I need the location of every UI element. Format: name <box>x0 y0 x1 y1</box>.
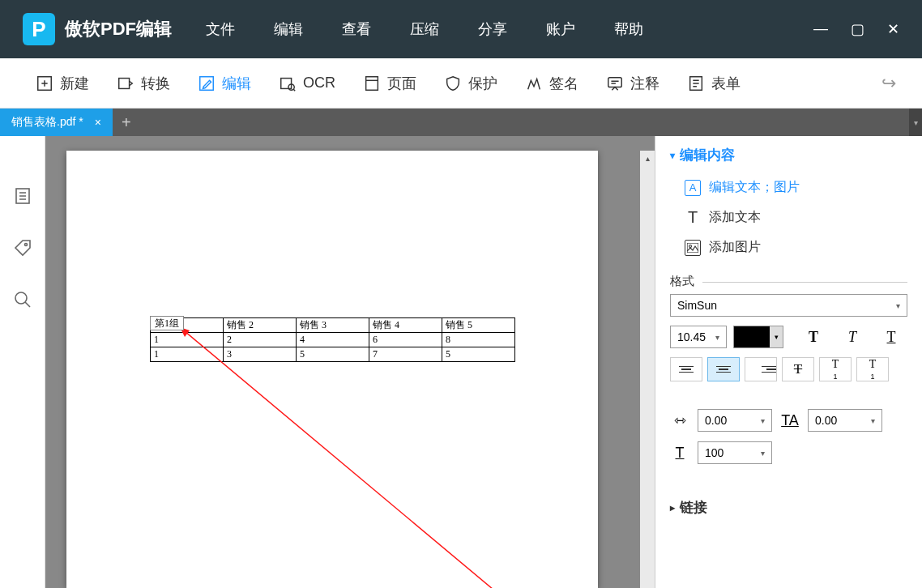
char-spacing-icon: ⇿ <box>670 411 689 429</box>
word-spacing-select[interactable]: 0.00▾ <box>808 409 882 432</box>
vertical-scrollbar[interactable]: ▴ <box>640 151 655 588</box>
text-a-icon: A <box>685 180 701 196</box>
underline-button[interactable]: T <box>875 325 907 349</box>
tool-page-label: 页面 <box>387 74 416 93</box>
menu-compress[interactable]: 压缩 <box>391 19 459 39</box>
font-size-select[interactable]: 10.45▾ <box>670 326 727 348</box>
tool-page[interactable]: 页面 <box>353 69 426 98</box>
menu-help[interactable]: 帮助 <box>595 19 663 39</box>
tool-new[interactable]: 新建 <box>26 69 99 98</box>
font-family-select[interactable]: SimSun▾ <box>670 294 907 317</box>
tool-annotate[interactable]: 注释 <box>596 69 669 98</box>
format-section-label: 格式 <box>670 274 907 289</box>
bold-button[interactable]: T <box>797 325 830 349</box>
menu-account[interactable]: 账户 <box>527 19 595 39</box>
tool-edit[interactable]: 编辑 <box>188 69 261 98</box>
annotation-arrow <box>180 327 634 588</box>
main-area: 第1组 销售 2 销售 3 销售 4 销售 5 1 2 4 6 8 1 <box>0 136 922 588</box>
tool-form[interactable]: 表单 <box>677 69 750 98</box>
section-title: 链接 <box>680 498 707 517</box>
chevron-down-icon: ▾ <box>715 333 719 342</box>
document-tab[interactable]: 销售表格.pdf * × <box>0 109 113 136</box>
app-name: 傲软PDF编辑 <box>65 17 172 41</box>
section-title: 编辑内容 <box>680 146 735 164</box>
chevron-down-icon: ▾ <box>770 326 783 347</box>
table-row: 销售 2 销售 3 销售 4 销售 5 <box>151 318 515 333</box>
panel-item-label: 添加图片 <box>709 239 761 256</box>
chevron-down-icon: ▾ <box>871 416 875 425</box>
superscript-button[interactable]: T1 <box>819 357 852 381</box>
tool-sign[interactable]: 签名 <box>515 69 588 98</box>
subscript-button[interactable]: T1 <box>856 357 889 381</box>
strikethrough-button[interactable]: T <box>782 357 814 381</box>
char-spacing-value: 0.00 <box>705 414 727 427</box>
word-spacing-icon: TA <box>780 412 800 429</box>
menu-file[interactable]: 文件 <box>186 19 254 39</box>
font-color-picker[interactable]: ▾ <box>733 326 783 348</box>
chevron-down-icon: ▾ <box>761 416 765 425</box>
panel-add-text[interactable]: T添加文本 <box>670 202 907 232</box>
tool-ocr[interactable]: OCR <box>269 70 345 97</box>
panel-item-label: 添加文本 <box>709 209 761 226</box>
title-bar: P 傲软PDF编辑 文件 编辑 查看 压缩 分享 账户 帮助 — ▢ ✕ <box>0 0 922 58</box>
section-edit-content[interactable]: ▾编辑内容 <box>670 146 907 164</box>
align-left-button[interactable] <box>670 357 702 381</box>
canvas-area[interactable]: 第1组 销售 2 销售 3 销售 4 销售 5 1 2 4 6 8 1 <box>45 136 655 588</box>
tool-form-label: 表单 <box>711 74 741 93</box>
svg-point-14 <box>689 245 692 247</box>
tab-title: 销售表格.pdf * <box>11 115 83 130</box>
scale-icon: T <box>670 445 689 462</box>
right-panel: ▾编辑内容 A编辑文本；图片 T添加文本 添加图片 格式 SimSun▾ 10.… <box>655 136 922 588</box>
panel-item-label: 编辑文本；图片 <box>709 179 800 196</box>
chevron-down-icon: ▾ <box>896 301 900 310</box>
panel-add-image[interactable]: 添加图片 <box>670 232 907 262</box>
thumbnails-icon[interactable] <box>13 186 32 206</box>
tab-bar: 销售表格.pdf * × + ▾ <box>0 109 922 136</box>
svg-rect-3 <box>281 78 292 88</box>
section-link[interactable]: ▸链接 <box>670 498 907 517</box>
menu-view[interactable]: 查看 <box>322 19 391 39</box>
left-rail <box>0 136 45 588</box>
maximize-icon[interactable]: ▢ <box>851 20 864 38</box>
svg-line-11 <box>180 327 528 588</box>
pdf-page: 第1组 销售 2 销售 3 销售 4 销售 5 1 2 4 6 8 1 <box>66 151 598 588</box>
add-tab-button[interactable]: + <box>113 109 140 136</box>
share-arrow-icon[interactable]: ↪ <box>881 73 896 94</box>
svg-point-9 <box>24 244 27 246</box>
table-row: 1 2 4 6 8 <box>151 333 515 347</box>
char-spacing-select[interactable]: 0.00▾ <box>698 409 772 432</box>
svg-point-10 <box>15 292 27 304</box>
tags-icon[interactable] <box>13 238 32 258</box>
scroll-up-icon[interactable]: ▴ <box>640 151 655 165</box>
tool-protect[interactable]: 保护 <box>434 69 507 98</box>
close-icon[interactable]: ✕ <box>887 20 899 38</box>
table-row: 1 3 5 7 5 <box>151 347 515 362</box>
tool-edit-label: 编辑 <box>222 74 251 93</box>
minimize-icon[interactable]: — <box>813 20 828 38</box>
tab-dropdown-icon[interactable]: ▾ <box>909 109 922 136</box>
menu-edit[interactable]: 编辑 <box>254 19 322 39</box>
tab-close-icon[interactable]: × <box>95 116 101 129</box>
italic-button[interactable]: T <box>836 325 869 349</box>
search-icon[interactable] <box>13 290 32 309</box>
svg-rect-5 <box>366 76 378 90</box>
tool-annotate-label: 注释 <box>630 74 659 93</box>
chevron-right-icon: ▸ <box>670 502 675 513</box>
align-right-button[interactable] <box>745 357 777 381</box>
word-spacing-value: 0.00 <box>815 414 837 427</box>
chevron-down-icon: ▾ <box>761 449 765 458</box>
chevron-down-icon: ▾ <box>670 150 675 161</box>
window-controls: — ▢ ✕ <box>813 20 922 38</box>
font-size-value: 10.45 <box>677 330 706 343</box>
menu-share[interactable]: 分享 <box>459 19 527 39</box>
tool-ocr-label: OCR <box>303 75 335 92</box>
svg-rect-6 <box>608 77 622 87</box>
tool-convert[interactable]: 转换 <box>107 69 180 98</box>
tool-protect-label: 保护 <box>468 74 497 93</box>
document-table: 销售 2 销售 3 销售 4 销售 5 1 2 4 6 8 1 3 5 7 <box>150 317 515 362</box>
cell-edit-box[interactable]: 第1组 <box>150 316 184 330</box>
scale-select[interactable]: 100▾ <box>698 441 772 464</box>
panel-edit-text-image[interactable]: A编辑文本；图片 <box>670 173 907 202</box>
align-center-button[interactable] <box>707 357 740 381</box>
app-logo: P <box>23 13 55 45</box>
